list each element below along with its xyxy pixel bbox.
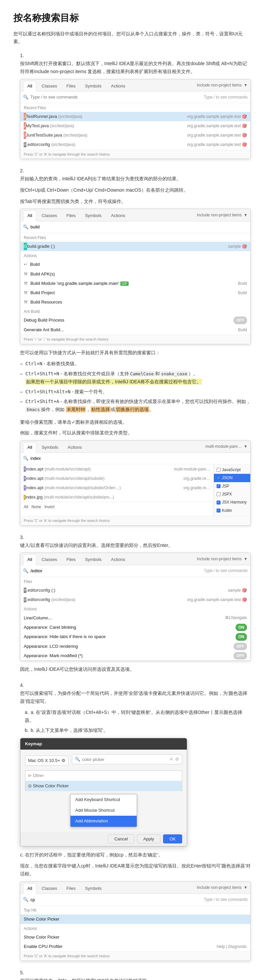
tab-actions-2[interactable]: Actions bbox=[107, 210, 130, 221]
result-file-1[interactable]: J TestRunner.java (src/test/java) org.gr… bbox=[21, 112, 250, 121]
tab-all-index[interactable]: All bbox=[23, 442, 37, 453]
tab-classes-2[interactable]: Classes bbox=[37, 210, 61, 221]
tab-all-cp[interactable]: All bbox=[23, 883, 37, 894]
search-tabs-1[interactable]: All Classes Files Symbols Actions Includ… bbox=[21, 80, 250, 91]
result-file-3[interactable]: J JunitTestSuite.java (src/test/java) or… bbox=[21, 130, 250, 140]
checkbox-jsp[interactable]: ✓ bbox=[216, 484, 221, 488]
result-index-1[interactable]: A index.apt (multi-module/src/site/apt) … bbox=[21, 465, 214, 474]
action-lcd[interactable]: Appearance: LCD rendering OFF bbox=[21, 642, 250, 651]
search-input-row-1[interactable]: 🔍 Type / to see commands bbox=[21, 91, 250, 103]
bottom-tabs-index[interactable]: All None Invert bbox=[21, 502, 214, 512]
action-mark-modified[interactable]: Appearance: Mark modified (*) OFF bbox=[21, 651, 250, 660]
action-build-5[interactable]: ⚒ Build Resources bbox=[21, 298, 250, 307]
toggle-lcd[interactable]: OFF bbox=[234, 643, 247, 650]
action-linecolumn[interactable]: Line/Column... ⌘L Navigate bbox=[21, 613, 250, 623]
search-input-1[interactable] bbox=[30, 94, 204, 100]
result-index-2[interactable]: A index.apt (multi-module/src/site/apt/s… bbox=[21, 474, 214, 483]
filter-jspx[interactable]: JSPX bbox=[214, 490, 250, 498]
filter-icon-3[interactable]: ▼ bbox=[243, 555, 248, 562]
search-input-2[interactable] bbox=[30, 224, 248, 229]
filter-icon-cp[interactable]: ▼ bbox=[243, 884, 248, 891]
tab-files-3[interactable]: Files bbox=[62, 554, 80, 565]
action-build-2[interactable]: ⚒ Build APK(s) bbox=[21, 269, 250, 279]
tab-all-2[interactable]: All bbox=[23, 210, 37, 221]
result-show-color-picker[interactable]: Show Color Picker bbox=[21, 915, 250, 924]
filter-icon-2[interactable]: ▼ bbox=[243, 212, 248, 218]
tab-all-1[interactable]: All bbox=[23, 81, 37, 91]
search-tabs-index[interactable]: All Symbols Actions multi-module-pare… ▼ bbox=[21, 441, 250, 453]
keymap-search-input[interactable] bbox=[82, 757, 167, 762]
clear-icon-keymap[interactable]: ✕ bbox=[170, 756, 173, 763]
search-input-row-index[interactable]: 🔍 bbox=[21, 453, 250, 465]
search-input-cp[interactable] bbox=[30, 897, 204, 902]
checkbox-jspx[interactable] bbox=[216, 492, 221, 496]
checkbox-json[interactable]: ✓ bbox=[216, 476, 221, 480]
dialog-buttons[interactable]: Cancel Apply OK bbox=[21, 832, 187, 846]
action-caret-blink[interactable]: Appearance: Caret blinking ON bbox=[21, 623, 250, 632]
toggle-mark[interactable]: OFF bbox=[234, 652, 247, 659]
bottom-tab-invert[interactable]: Invert bbox=[45, 504, 54, 510]
bottom-tab-all[interactable]: All bbox=[24, 504, 28, 510]
toggle-hidetabs[interactable]: ON bbox=[235, 633, 247, 640]
keymap-row-show-color[interactable]: ⊙ Show Color Picker bbox=[26, 781, 182, 791]
filter-js[interactable]: JavaScript bbox=[214, 466, 250, 474]
action-debug-build[interactable]: Debug Build Process OFF bbox=[21, 315, 250, 325]
action-build-1[interactable]: ↩ Build bbox=[21, 260, 250, 269]
tab-files-1[interactable]: Files bbox=[62, 81, 80, 91]
action-build-3[interactable]: ⚒ Build Module 'org.gradle.sample.sample… bbox=[21, 279, 250, 288]
tab-symbols-1[interactable]: Symbols bbox=[80, 81, 106, 91]
tab-files-2[interactable]: Files bbox=[62, 210, 80, 221]
filter-jsp[interactable]: ✓ JSP bbox=[214, 482, 250, 490]
keymap-search-row[interactable]: Mac OS X 10.5+ ⚙ 🔍 ✕ ⚙ bbox=[25, 754, 182, 767]
result-cpu-profiler[interactable]: Enable CPU Profiler Help | Diagnostic bbox=[21, 942, 250, 951]
result-file-4[interactable]: ⚙ .editorconfig (src/test/java) org.grad… bbox=[21, 140, 250, 149]
tab-symbols-3[interactable]: Symbols bbox=[80, 554, 106, 565]
filter-icon-1[interactable]: ▼ bbox=[243, 82, 248, 89]
search-input-row-cp[interactable]: 🔍 Type / to see commands bbox=[21, 894, 250, 905]
search-input-row-2[interactable]: 🔍 bbox=[21, 221, 250, 233]
tab-symbols-index[interactable]: Symbols bbox=[37, 442, 62, 452]
config-icon-keymap[interactable]: ⚙ bbox=[175, 756, 179, 763]
filter-jsx[interactable]: ✓ JSX Harmony bbox=[214, 498, 250, 506]
search-input-3[interactable] bbox=[30, 568, 204, 573]
bottom-tab-none[interactable]: None bbox=[31, 504, 41, 510]
apply-button[interactable]: Apply bbox=[137, 834, 161, 843]
tab-classes-3[interactable]: Classes bbox=[37, 554, 61, 565]
tab-symbols-2[interactable]: Symbols bbox=[80, 210, 106, 221]
tab-actions-3[interactable]: Actions bbox=[107, 554, 130, 565]
tab-actions-1[interactable]: Actions bbox=[107, 81, 130, 91]
toggle-debug[interactable]: OFF bbox=[234, 317, 247, 324]
tab-all-3[interactable]: All bbox=[23, 554, 37, 565]
action-generate-ant[interactable]: Generate Ant Build... Build bbox=[21, 325, 250, 334]
result-gradle[interactable]: G build.gradle (:) sample 🎯 bbox=[21, 242, 250, 251]
checkbox-js[interactable] bbox=[216, 468, 221, 472]
toggle-caret[interactable]: ON bbox=[235, 624, 247, 631]
menu-add-abbreviation[interactable]: Add Abbreviation bbox=[70, 816, 137, 826]
action-build-4[interactable]: ⚒ Build Project Build bbox=[21, 288, 250, 298]
search-input-row-3[interactable]: 🔍 Type / to see commands bbox=[21, 565, 250, 577]
checkbox-jsx[interactable]: ✓ bbox=[216, 501, 221, 504]
filter-json[interactable]: ✓ JSON bbox=[214, 474, 250, 482]
cancel-button[interactable]: Cancel bbox=[108, 834, 134, 843]
result-index-3[interactable]: A index.apt (multi-module/src/site/apt/s… bbox=[21, 483, 214, 493]
editor-file-1[interactable]: ⚙ .editorconfig (:) sample 🎯 bbox=[21, 585, 250, 595]
ok-button[interactable]: OK bbox=[163, 834, 182, 843]
search-tabs-2[interactable]: All Classes Files Symbols Actions Includ… bbox=[21, 209, 250, 221]
result-file-2[interactable]: J MyTest.java (src/test/java) org.gradle… bbox=[21, 121, 250, 130]
keymap-dropdown[interactable]: Mac OS X 10.5+ ⚙ bbox=[25, 756, 69, 766]
tab-symbols-cp[interactable]: Symbols bbox=[80, 883, 106, 894]
action-hide-tabs[interactable]: Appearance: Hide tabs if there is no spa… bbox=[21, 632, 250, 641]
search-tabs-cp[interactable]: All Classes Files Symbols Include non-pr… bbox=[21, 882, 250, 894]
result-index-4[interactable]: J index.jpg (multi-module/src/site/apt/s… bbox=[21, 493, 214, 502]
tab-actions-index[interactable]: Actions bbox=[63, 442, 86, 452]
menu-add-mouse[interactable]: Add Mouse Shortcut bbox=[70, 805, 137, 816]
checkbox-kotlin[interactable]: ✓ bbox=[216, 509, 221, 512]
search-tabs-3[interactable]: All Classes Files Symbols Actions Includ… bbox=[21, 553, 250, 565]
keymap-search-mini[interactable]: 🔍 ✕ ⚙ bbox=[72, 754, 182, 764]
search-input-index[interactable] bbox=[30, 456, 248, 461]
editor-file-2[interactable]: ⚙ .editorconfig (src/test/java) org.grad… bbox=[21, 595, 250, 605]
tab-classes-cp[interactable]: Classes bbox=[37, 883, 61, 894]
filter-kotlin[interactable]: ✓ Kotlin bbox=[214, 506, 250, 515]
filter-icon-index[interactable]: ▼ bbox=[243, 443, 248, 450]
result-show-color-2[interactable]: Show Color Picker bbox=[21, 932, 250, 942]
